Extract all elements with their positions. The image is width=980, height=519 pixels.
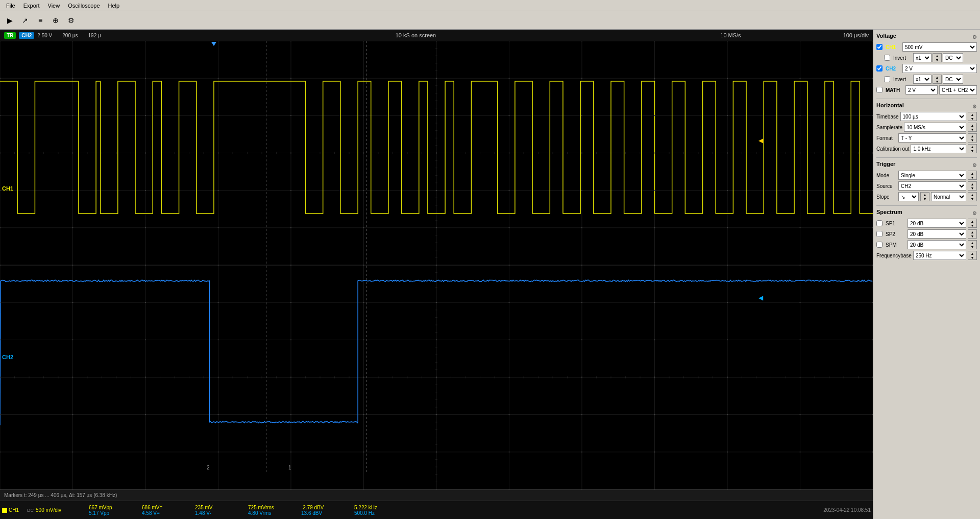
ch1-row: CH1 500 mV 200 mV 1 V 2 V bbox=[876, 42, 977, 52]
samplerate-spin[interactable]: ▲▼ bbox=[968, 123, 977, 132]
zoom-button[interactable]: ⊕ bbox=[48, 13, 63, 28]
ch1-vmean-value: 686 mV= bbox=[142, 505, 183, 510]
ch2-checkbox[interactable] bbox=[876, 65, 883, 72]
menu-oscilloscope[interactable]: Oscilloscope bbox=[64, 2, 104, 10]
freqbase-spin[interactable]: ▲▼ bbox=[968, 251, 977, 260]
mode-select[interactable]: Single Auto Normal bbox=[898, 171, 966, 180]
slope-mode-select[interactable]: Normal Hysteresis bbox=[931, 192, 966, 201]
voltage-section-icon[interactable]: ⚙ bbox=[972, 34, 977, 40]
ch1-invert-checkbox[interactable] bbox=[884, 55, 890, 61]
calout-select[interactable]: 1.0 kHz 500 Hz bbox=[911, 144, 966, 153]
slope-symbol-select[interactable]: ↘ ↗ bbox=[898, 192, 919, 201]
sp1-spin[interactable]: ▲▼ bbox=[968, 219, 977, 228]
sp1-label: SP1 bbox=[886, 221, 906, 226]
ch1-coupling-select[interactable]: DCACGND bbox=[943, 53, 963, 62]
math-formula-select[interactable]: CH1 + CH2 CH1 - CH2 bbox=[939, 85, 977, 95]
timebase-spin[interactable]: ▲▼ bbox=[968, 112, 977, 121]
sp1-select[interactable]: 20 dB 10 dB 40 dB bbox=[908, 219, 966, 228]
spm-select[interactable]: 20 dB 10 dB 40 dB bbox=[908, 240, 966, 249]
ch1-freq-value: 5.222 kHz bbox=[354, 505, 395, 510]
ch1-invert-row: Invert x1x10 ▲▼ DCACGND bbox=[876, 53, 977, 62]
horizontal-section-icon[interactable]: ⚙ bbox=[972, 104, 977, 109]
ch2-row: CH2 2 V 500 mV 1 V 5 V bbox=[876, 64, 977, 73]
spectrum-section-icon[interactable]: ⚙ bbox=[972, 210, 977, 216]
ch2-invert-checkbox[interactable] bbox=[884, 76, 890, 82]
timebase-select[interactable]: 100 µs 200 µs 500 µs 1 ms bbox=[900, 112, 966, 121]
measure-button[interactable]: ≡ bbox=[33, 13, 47, 28]
trigger-section-icon[interactable]: ⚙ bbox=[972, 162, 977, 168]
ch1-vpp-group: 667 mVpp 5.17 Vpp bbox=[89, 505, 130, 516]
math-button[interactable]: ⚙ bbox=[64, 13, 78, 28]
mode-spin[interactable]: ▲▼ bbox=[968, 171, 977, 180]
format-spin[interactable]: ▲▼ bbox=[968, 133, 977, 143]
ch2-label: CH2 bbox=[2, 354, 13, 360]
math-checkbox[interactable] bbox=[876, 87, 883, 93]
cursor-button[interactable]: ↗ bbox=[18, 13, 32, 28]
menu-file[interactable]: File bbox=[2, 2, 19, 10]
main-container: TR CH2 2.50 V 200 µs 192 µ 10 kS on scre… bbox=[0, 30, 980, 519]
spm-row: SPM 20 dB 10 dB 40 dB ▲▼ bbox=[876, 240, 977, 249]
divider-3 bbox=[876, 205, 977, 206]
sp2-label: SP2 bbox=[886, 231, 906, 237]
freqbase-select[interactable]: 250 Hz 500 Hz 1 kHz bbox=[913, 251, 966, 260]
format-select[interactable]: T - Y X - Y bbox=[898, 133, 966, 143]
source-select[interactable]: CH2 CH1 bbox=[898, 181, 966, 191]
osc-markers-bar: Markers t: 249 µs ... 406 µs, Δt: 157 µs… bbox=[0, 489, 873, 501]
ch2-probe-select[interactable]: x1x10 bbox=[913, 75, 932, 84]
trigger-section: Trigger ⚙ Mode Single Auto Normal ▲▼ Sou… bbox=[876, 161, 977, 201]
samplerate-select[interactable]: 10 MS/s 1 MS/s 5 MS/s bbox=[904, 123, 966, 132]
waveform-canvas-container[interactable] bbox=[0, 41, 873, 489]
run-button[interactable]: ▶ bbox=[3, 13, 17, 28]
ch1-probe-spin[interactable]: ▲▼ bbox=[933, 53, 942, 62]
source-spin[interactable]: ▲▼ bbox=[968, 181, 977, 191]
ch1-dbv-group: -2.79 dBV 13.6 dBV bbox=[301, 505, 342, 516]
ch2-badge: CH2 bbox=[19, 32, 34, 39]
menu-help[interactable]: Help bbox=[104, 2, 124, 10]
ch1-vpp-value: 667 mVpp bbox=[89, 505, 130, 510]
ch1-vmin-group: 235 mV- 1.48 V- bbox=[195, 505, 236, 516]
sp2-select[interactable]: 20 dB 10 dB 40 dB bbox=[908, 229, 966, 239]
ch1-checkbox[interactable] bbox=[876, 44, 883, 50]
trigger-level-marker: ◀ bbox=[758, 137, 763, 144]
ch1-vdiv-value: 500 mV/div bbox=[36, 507, 77, 513]
ch2-probe-spin[interactable]: ▲▼ bbox=[933, 75, 942, 84]
menu-export[interactable]: Export bbox=[19, 2, 44, 10]
ch1-panel-label: CH1 bbox=[886, 44, 901, 50]
calout-spin[interactable]: ▲▼ bbox=[968, 144, 977, 153]
samplerate-info: 10 MS/s bbox=[720, 32, 741, 38]
slope-row: Slope ↘ ↗ ▲▼ Normal Hysteresis ▲▼ bbox=[876, 192, 977, 201]
ch1-invert-label: Invert bbox=[893, 55, 912, 61]
ch1-coupling-label: DC bbox=[27, 508, 34, 513]
calout-row: Calibration out 1.0 kHz 500 Hz ▲▼ bbox=[876, 144, 977, 153]
math-voltage-select[interactable]: 2 V bbox=[905, 85, 938, 95]
ch2-panel-label: CH2 bbox=[886, 66, 901, 72]
sp1-checkbox[interactable] bbox=[876, 220, 883, 226]
toolbar: ▶ ↗ ≡ ⊕ ⚙ bbox=[0, 11, 980, 30]
divider-2 bbox=[876, 157, 977, 158]
horizontal-title: Horizontal bbox=[876, 102, 904, 108]
menu-view[interactable]: View bbox=[44, 2, 64, 10]
spm-checkbox[interactable] bbox=[876, 242, 883, 248]
ch1-voltage-select[interactable]: 500 mV 200 mV 1 V 2 V bbox=[902, 42, 977, 52]
sp2-spin[interactable]: ▲▼ bbox=[968, 229, 977, 239]
mode-label: Mode bbox=[876, 173, 897, 178]
sp2-checkbox[interactable] bbox=[876, 231, 883, 237]
markers-text: Markers t: 249 µs ... 406 µs, Δt: 157 µs… bbox=[4, 492, 117, 498]
marker-1-label: 1 bbox=[288, 465, 291, 470]
mode-row: Mode Single Auto Normal ▲▼ bbox=[876, 171, 977, 180]
ch1-dbv-value: -2.79 dBV bbox=[301, 505, 342, 510]
ch2-vmin-value: 1.48 V- bbox=[195, 510, 236, 516]
ch2-coupling-select[interactable]: DCACGND bbox=[943, 75, 963, 84]
oscilloscope-area: TR CH2 2.50 V 200 µs 192 µ 10 kS on scre… bbox=[0, 30, 873, 519]
slope-mode-spin[interactable]: ▲▼ bbox=[968, 192, 977, 201]
spm-spin[interactable]: ▲▼ bbox=[968, 240, 977, 249]
slope-sym-spin[interactable]: ▲▼ bbox=[920, 192, 929, 201]
ch2-voltage-select[interactable]: 2 V 500 mV 1 V 5 V bbox=[902, 64, 977, 73]
ch1-probe-select[interactable]: x1x10 bbox=[913, 53, 932, 62]
samplerate-label: Samplerate bbox=[876, 125, 902, 130]
voltage-section: Voltage ⚙ CH1 500 mV 200 mV 1 V 2 V Inve… bbox=[876, 33, 977, 95]
timestamp: 2023-04-22 10:08:51 bbox=[823, 507, 871, 513]
trigger-badge: TR bbox=[4, 32, 16, 39]
menu-bar: File Export View Oscilloscope Help bbox=[0, 0, 980, 11]
ch2-freq-value: 500.0 Hz bbox=[354, 510, 395, 516]
